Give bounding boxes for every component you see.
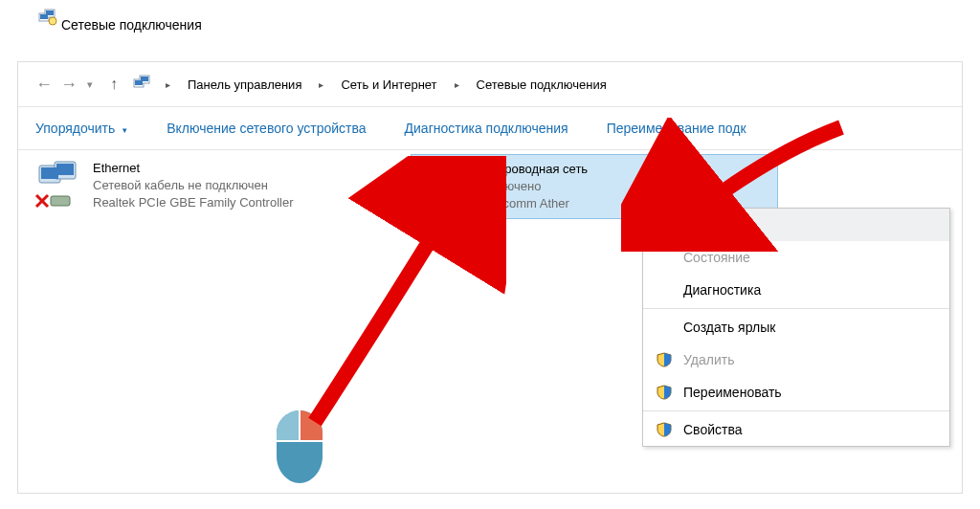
crumb-network-connections[interactable]: Сетевые подключения <box>473 76 611 94</box>
menu-separator <box>643 308 949 309</box>
menu-label: Диагностика <box>683 282 761 298</box>
menu-label: Включить <box>683 217 750 232</box>
svg-rect-19 <box>425 168 442 180</box>
svg-rect-12 <box>41 167 58 179</box>
menu-label: Удалить <box>683 352 734 367</box>
svg-rect-3 <box>40 14 48 19</box>
wifi-icon <box>417 161 467 210</box>
toolbar: Упорядочить▼ Включение сетевого устройст… <box>18 107 962 150</box>
connection-text: Беспроводная сеть Отключено Qualcomm Ath… <box>477 161 588 212</box>
nav-recent-icon[interactable]: ▾ <box>87 78 93 91</box>
toolbar-diagnose[interactable]: Диагностика подключения <box>405 121 568 136</box>
menu-rename[interactable]: Переименовать <box>643 376 949 409</box>
shield-icon <box>657 352 672 367</box>
shield-icon <box>657 422 672 437</box>
menu-label: Состояние <box>683 250 750 265</box>
menu-label: Создать ярлык <box>683 320 775 335</box>
window-body: ← → ▾ ↑ ▸ Панель управления ▸ Сеть и Инт… <box>17 61 963 494</box>
nav-back-icon[interactable]: ← <box>35 75 53 95</box>
menu-delete: Удалить <box>643 343 949 376</box>
menu-label: Переименовать <box>683 385 782 400</box>
toolbar-enable-device[interactable]: Включение сетевого устройства <box>167 121 366 136</box>
nav-up-icon[interactable]: ↑ <box>110 76 118 93</box>
connection-status: Сетевой кабель не подключен <box>93 177 294 194</box>
connection-device: Realtek PCIe GBE Family Controller <box>93 194 294 211</box>
ethernet-icon <box>33 160 83 210</box>
svg-rect-20 <box>442 201 445 207</box>
menu-enable[interactable]: Включить <box>643 209 949 241</box>
window-title: Сетевые подключения <box>61 17 202 33</box>
menu-state: Состояние <box>643 241 949 274</box>
connection-status: Отключено <box>477 178 588 195</box>
mouse-annotation-icon <box>273 409 326 485</box>
toolbar-rename[interactable]: Переименование подк <box>607 121 746 136</box>
shield-icon <box>657 217 672 232</box>
menu-create-shortcut[interactable]: Создать ярлык <box>643 311 949 343</box>
crumb-control-panel[interactable]: Панель управления <box>184 76 305 94</box>
svg-rect-22 <box>452 193 455 207</box>
breadcrumb-root-icon[interactable] <box>133 74 152 96</box>
connection-ethernet[interactable]: Ethernet Сетевой кабель не подключен Rea… <box>28 154 393 217</box>
connection-name: Беспроводная сеть <box>477 161 588 178</box>
svg-rect-13 <box>51 196 70 206</box>
svg-rect-11 <box>56 164 74 175</box>
chevron-right-icon[interactable]: ▸ <box>319 79 323 90</box>
svg-point-4 <box>49 17 56 25</box>
svg-rect-21 <box>447 197 450 207</box>
menu-separator <box>643 410 949 411</box>
svg-rect-8 <box>135 80 143 85</box>
connection-device: Qualcomm Ather <box>477 195 588 212</box>
connection-name: Ethernet <box>93 160 294 177</box>
content-area: Ethernet Сетевой кабель не подключен Rea… <box>18 150 962 493</box>
menu-label: Свойства <box>683 422 742 437</box>
toolbar-organize[interactable]: Упорядочить▼ <box>35 121 128 136</box>
titlebar: Сетевые подключения <box>0 0 980 42</box>
nav-fwd-icon[interactable]: → <box>60 75 78 95</box>
svg-rect-23 <box>457 189 459 207</box>
context-menu: Включить Состояние Диагностика Создать я… <box>642 208 950 447</box>
connection-text: Ethernet Сетевой кабель не подключен Rea… <box>93 160 294 211</box>
menu-properties[interactable]: Свойства <box>643 413 949 446</box>
dropdown-icon: ▼ <box>121 126 128 135</box>
shield-icon <box>657 385 672 400</box>
menu-diagnose[interactable]: Диагностика <box>643 274 949 306</box>
svg-rect-18 <box>440 165 457 176</box>
address-bar: ← → ▾ ↑ ▸ Панель управления ▸ Сеть и Инт… <box>18 62 962 107</box>
network-connections-icon <box>38 8 57 30</box>
crumb-network-internet[interactable]: Сеть и Интернет <box>337 76 440 94</box>
chevron-right-icon[interactable]: ▸ <box>455 79 459 90</box>
chevron-right-icon[interactable]: ▸ <box>166 79 170 90</box>
